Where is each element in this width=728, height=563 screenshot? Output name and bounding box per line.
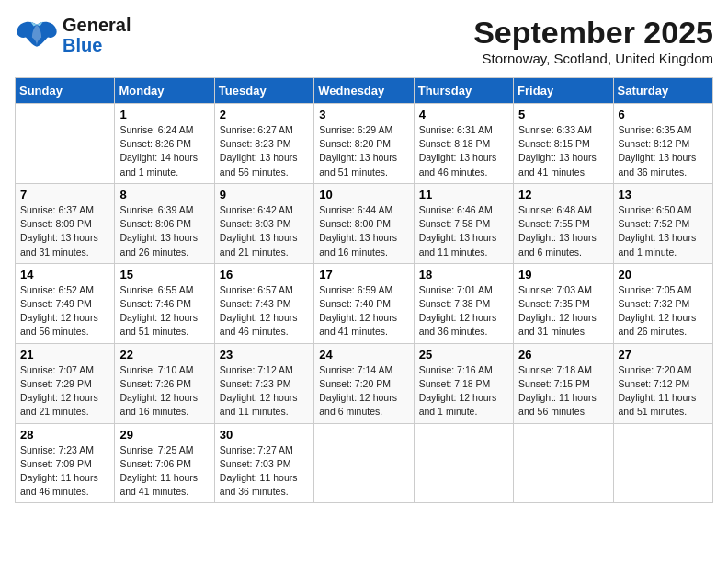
calendar-cell: 21Sunrise: 7:07 AM Sunset: 7:29 PM Dayli… (16, 343, 115, 423)
day-info: Sunrise: 7:27 AM Sunset: 7:03 PM Dayligh… (220, 443, 309, 500)
calendar-cell: 13Sunrise: 6:50 AM Sunset: 7:52 PM Dayli… (613, 183, 712, 263)
day-number: 17 (319, 268, 408, 282)
month-title: September 2025 (473, 15, 713, 51)
day-number: 19 (518, 268, 608, 282)
calendar-cell: 16Sunrise: 6:57 AM Sunset: 7:43 PM Dayli… (214, 263, 313, 343)
day-info: Sunrise: 6:52 AM Sunset: 7:49 PM Dayligh… (20, 283, 109, 339)
calendar-cell: 29Sunrise: 7:25 AM Sunset: 7:06 PM Dayli… (115, 423, 214, 503)
day-number: 15 (119, 268, 209, 282)
calendar-cell: 3Sunrise: 6:29 AM Sunset: 8:20 PM Daylig… (314, 104, 414, 184)
logo-text: General Blue (63, 15, 131, 55)
day-info: Sunrise: 6:59 AM Sunset: 7:40 PM Dayligh… (319, 283, 408, 339)
day-number: 10 (319, 188, 408, 201)
calendar-week-2: 7Sunrise: 6:37 AM Sunset: 8:09 PM Daylig… (16, 183, 713, 263)
day-info: Sunrise: 6:35 AM Sunset: 8:12 PM Dayligh… (619, 123, 708, 179)
day-number: 18 (419, 268, 508, 282)
calendar-week-3: 14Sunrise: 6:52 AM Sunset: 7:49 PM Dayli… (16, 263, 713, 343)
day-info: Sunrise: 7:07 AM Sunset: 7:29 PM Dayligh… (20, 363, 109, 419)
calendar-cell: 28Sunrise: 7:23 AM Sunset: 7:09 PM Dayli… (16, 423, 115, 503)
weekday-header-saturday: Saturday (613, 78, 712, 104)
calendar-cell: 20Sunrise: 7:05 AM Sunset: 7:32 PM Dayli… (613, 263, 712, 343)
day-info: Sunrise: 6:33 AM Sunset: 8:15 PM Dayligh… (518, 123, 608, 179)
calendar-cell: 27Sunrise: 7:20 AM Sunset: 7:12 PM Dayli… (613, 343, 712, 423)
calendar-week-4: 21Sunrise: 7:07 AM Sunset: 7:29 PM Dayli… (16, 343, 713, 423)
calendar-cell: 9Sunrise: 6:42 AM Sunset: 8:03 PM Daylig… (214, 183, 313, 263)
day-info: Sunrise: 6:44 AM Sunset: 8:00 PM Dayligh… (319, 203, 408, 259)
calendar-cell: 1Sunrise: 6:24 AM Sunset: 8:26 PM Daylig… (115, 104, 214, 184)
day-number: 14 (20, 268, 109, 282)
day-number: 9 (220, 188, 309, 201)
day-info: Sunrise: 6:27 AM Sunset: 8:23 PM Dayligh… (220, 123, 309, 179)
calendar-table: SundayMondayTuesdayWednesdayThursdayFrid… (15, 77, 713, 503)
day-number: 3 (319, 108, 408, 121)
calendar-cell (314, 423, 414, 503)
day-number: 4 (419, 108, 508, 121)
calendar-cell (16, 104, 115, 184)
weekday-header-friday: Friday (514, 78, 613, 104)
day-info: Sunrise: 7:16 AM Sunset: 7:18 PM Dayligh… (419, 363, 508, 419)
calendar-cell: 11Sunrise: 6:46 AM Sunset: 7:58 PM Dayli… (414, 183, 513, 263)
day-number: 23 (220, 348, 309, 362)
day-info: Sunrise: 6:39 AM Sunset: 8:06 PM Dayligh… (119, 203, 209, 259)
calendar-cell: 22Sunrise: 7:10 AM Sunset: 7:26 PM Dayli… (115, 343, 214, 423)
day-info: Sunrise: 6:42 AM Sunset: 8:03 PM Dayligh… (220, 203, 309, 259)
day-info: Sunrise: 6:31 AM Sunset: 8:18 PM Dayligh… (419, 123, 508, 179)
logo: General Blue (15, 15, 131, 55)
calendar-cell: 7Sunrise: 6:37 AM Sunset: 8:09 PM Daylig… (16, 183, 115, 263)
day-number: 5 (518, 108, 608, 121)
weekday-header-tuesday: Tuesday (214, 78, 313, 104)
weekday-header-thursday: Thursday (414, 78, 513, 104)
calendar-cell: 12Sunrise: 6:48 AM Sunset: 7:55 PM Dayli… (514, 183, 613, 263)
calendar-cell: 30Sunrise: 7:27 AM Sunset: 7:03 PM Dayli… (214, 423, 313, 503)
day-info: Sunrise: 7:23 AM Sunset: 7:09 PM Dayligh… (20, 443, 109, 500)
calendar-cell: 14Sunrise: 6:52 AM Sunset: 7:49 PM Dayli… (16, 263, 115, 343)
day-info: Sunrise: 6:50 AM Sunset: 7:52 PM Dayligh… (619, 203, 708, 259)
day-number: 16 (220, 268, 309, 282)
day-number: 20 (619, 268, 708, 282)
calendar-cell: 10Sunrise: 6:44 AM Sunset: 8:00 PM Dayli… (314, 183, 414, 263)
day-number: 28 (20, 428, 109, 442)
logo-line1: General (63, 15, 131, 35)
calendar-cell: 24Sunrise: 7:14 AM Sunset: 7:20 PM Dayli… (314, 343, 414, 423)
day-number: 22 (119, 348, 209, 362)
day-info: Sunrise: 7:20 AM Sunset: 7:12 PM Dayligh… (619, 363, 708, 419)
calendar-week-5: 28Sunrise: 7:23 AM Sunset: 7:09 PM Dayli… (16, 423, 713, 503)
calendar-week-1: 1Sunrise: 6:24 AM Sunset: 8:26 PM Daylig… (16, 104, 713, 184)
calendar-cell (613, 423, 712, 503)
day-info: Sunrise: 7:01 AM Sunset: 7:38 PM Dayligh… (419, 283, 508, 339)
calendar-cell (514, 423, 613, 503)
title-block: September 2025 Stornoway, Scotland, Unit… (473, 15, 713, 66)
day-number: 21 (20, 348, 109, 362)
calendar-cell: 18Sunrise: 7:01 AM Sunset: 7:38 PM Dayli… (414, 263, 513, 343)
day-info: Sunrise: 6:48 AM Sunset: 7:55 PM Dayligh… (518, 203, 608, 259)
day-number: 11 (419, 188, 508, 201)
day-info: Sunrise: 6:46 AM Sunset: 7:58 PM Dayligh… (419, 203, 508, 259)
day-info: Sunrise: 6:24 AM Sunset: 8:26 PM Dayligh… (119, 123, 209, 179)
weekday-header-row: SundayMondayTuesdayWednesdayThursdayFrid… (16, 78, 713, 104)
day-info: Sunrise: 6:57 AM Sunset: 7:43 PM Dayligh… (220, 283, 309, 339)
calendar-cell: 26Sunrise: 7:18 AM Sunset: 7:15 PM Dayli… (514, 343, 613, 423)
day-number: 27 (619, 348, 708, 362)
calendar-cell: 23Sunrise: 7:12 AM Sunset: 7:23 PM Dayli… (214, 343, 313, 423)
day-info: Sunrise: 6:55 AM Sunset: 7:46 PM Dayligh… (119, 283, 209, 339)
calendar-cell: 8Sunrise: 6:39 AM Sunset: 8:06 PM Daylig… (115, 183, 214, 263)
calendar-cell: 4Sunrise: 6:31 AM Sunset: 8:18 PM Daylig… (414, 104, 513, 184)
logo-line2: Blue (63, 35, 102, 55)
day-info: Sunrise: 7:03 AM Sunset: 7:35 PM Dayligh… (518, 283, 608, 339)
weekday-header-sunday: Sunday (16, 78, 115, 104)
weekday-header-wednesday: Wednesday (314, 78, 414, 104)
weekday-header-monday: Monday (115, 78, 214, 104)
logo-icon (15, 18, 59, 52)
calendar-cell: 17Sunrise: 6:59 AM Sunset: 7:40 PM Dayli… (314, 263, 414, 343)
day-info: Sunrise: 7:25 AM Sunset: 7:06 PM Dayligh… (119, 443, 209, 500)
day-number: 30 (220, 428, 309, 442)
day-info: Sunrise: 7:05 AM Sunset: 7:32 PM Dayligh… (619, 283, 708, 339)
day-number: 29 (119, 428, 209, 442)
day-number: 8 (119, 188, 209, 201)
calendar-cell: 25Sunrise: 7:16 AM Sunset: 7:18 PM Dayli… (414, 343, 513, 423)
day-info: Sunrise: 7:18 AM Sunset: 7:15 PM Dayligh… (518, 363, 608, 419)
day-info: Sunrise: 6:37 AM Sunset: 8:09 PM Dayligh… (20, 203, 109, 259)
page-header: General Blue September 2025 Stornoway, S… (15, 15, 713, 66)
day-number: 25 (419, 348, 508, 362)
day-info: Sunrise: 7:12 AM Sunset: 7:23 PM Dayligh… (220, 363, 309, 419)
